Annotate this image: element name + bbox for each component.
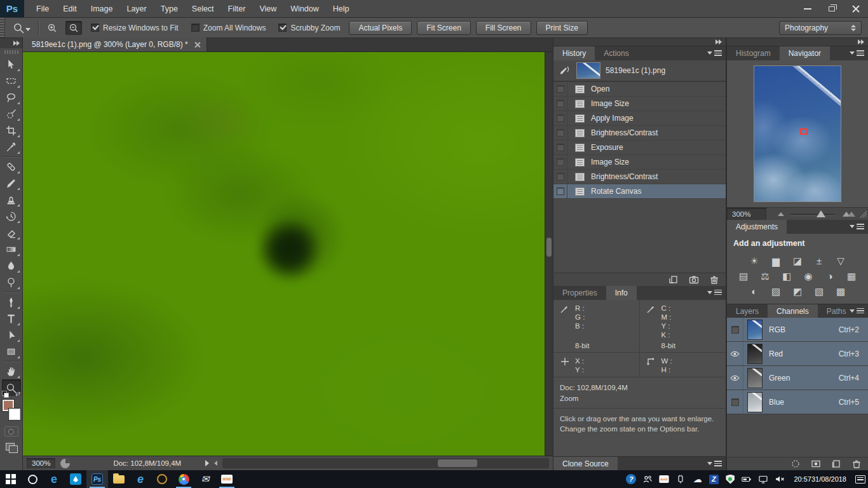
history-source-well[interactable] xyxy=(553,184,567,198)
visibility-eye-icon[interactable] xyxy=(727,342,743,365)
rectangle-tool[interactable] xyxy=(2,343,21,360)
history-step-rotate-canvas[interactable]: Rotate Canvas xyxy=(553,184,726,199)
zoom-out-mountain-icon[interactable] xyxy=(778,212,784,216)
channel-row-green[interactable]: Green Ctrl+4 xyxy=(727,366,868,390)
tab-histogram[interactable]: Histogram xyxy=(727,46,780,60)
delete-channel-trash-icon[interactable] xyxy=(851,459,862,468)
history-step-brightness-contrast-2[interactable]: Brightness/Contrast xyxy=(553,170,726,184)
taskbar-internet-explorer[interactable]: e xyxy=(130,470,151,488)
posterize-adjustment-icon[interactable]: ▨ xyxy=(768,285,783,297)
tray-volume-muted[interactable] xyxy=(772,470,787,488)
spot-healing-brush-tool[interactable] xyxy=(2,158,21,175)
gradient-map-adjustment-icon[interactable]: ▧ xyxy=(811,285,827,297)
history-snapshot-row[interactable]: 5819ee1c (1).png xyxy=(553,60,726,82)
delete-trash-icon[interactable] xyxy=(709,275,719,284)
background-color-swatch[interactable] xyxy=(9,409,20,420)
right-column-collapse-button[interactable] xyxy=(727,38,868,46)
eraser-tool[interactable] xyxy=(2,224,21,241)
tray-zonealarm[interactable]: Z xyxy=(706,470,721,488)
taskbar-file-explorer[interactable] xyxy=(108,470,130,488)
pen-tool[interactable] xyxy=(2,294,21,310)
menu-filter[interactable]: Filter xyxy=(221,0,253,18)
history-source-well[interactable] xyxy=(553,126,567,140)
canvas-image[interactable] xyxy=(23,52,545,456)
tab-actions[interactable]: Actions xyxy=(595,46,637,60)
navigator-zoom-slider[interactable] xyxy=(790,208,835,220)
taskbar-chrome[interactable] xyxy=(173,470,194,488)
tab-properties[interactable]: Properties xyxy=(553,286,606,300)
adjustments-menu-icon[interactable] xyxy=(850,224,864,229)
taskbar-media-app[interactable] xyxy=(151,470,173,488)
taskbar-wind-app[interactable]: WIND xyxy=(216,470,238,488)
channel-mixer-adjustment-icon[interactable]: ◑ xyxy=(822,270,837,281)
tab-adjustments[interactable]: Adjustments xyxy=(727,220,787,234)
horizontal-scrollbar-thumb[interactable] xyxy=(438,459,477,467)
action-center-button[interactable] xyxy=(853,470,868,488)
tools-collapse-button[interactable] xyxy=(0,38,22,48)
rectangular-marquee-tool[interactable] xyxy=(2,72,21,89)
navigator-zoom-field[interactable]: 300% xyxy=(727,208,766,220)
vertical-scrollbar-thumb[interactable] xyxy=(546,238,552,257)
menu-layer[interactable]: Layer xyxy=(119,0,153,18)
visibility-well[interactable] xyxy=(727,390,743,414)
history-brush-tool[interactable] xyxy=(2,208,21,224)
history-brush-source-icon[interactable] xyxy=(557,65,571,76)
tab-channels[interactable]: Channels xyxy=(768,304,818,318)
navigator-preview[interactable] xyxy=(754,65,841,202)
tab-layers[interactable]: Layers xyxy=(727,304,768,318)
status-zoom-level[interactable]: 300% xyxy=(27,458,55,468)
history-step-exposure[interactable]: Exposure xyxy=(553,140,726,155)
scrubby-zoom-option[interactable]: Scrubby Zoom xyxy=(275,24,344,32)
save-selection-icon[interactable] xyxy=(811,459,821,468)
history-source-well[interactable] xyxy=(553,155,567,169)
history-source-well[interactable] xyxy=(553,97,567,111)
black-white-adjustment-icon[interactable]: ◧ xyxy=(779,270,794,281)
tray-onedrive[interactable]: ☁ xyxy=(689,470,705,488)
cortana-button[interactable] xyxy=(22,470,43,488)
default-colors-icon[interactable] xyxy=(2,391,8,396)
fit-screen-button[interactable]: Fit Screen xyxy=(417,21,471,35)
minimize-button[interactable] xyxy=(796,0,820,17)
middle-column-collapse-button[interactable] xyxy=(553,38,726,46)
history-panel-menu-icon[interactable] xyxy=(707,50,722,56)
taskbar-edge[interactable]: e xyxy=(43,470,65,488)
zoom-in-button[interactable] xyxy=(44,21,60,35)
tab-info[interactable]: Info xyxy=(606,286,637,300)
vertical-scrollbar[interactable] xyxy=(545,52,553,456)
menu-file[interactable]: File xyxy=(29,0,56,18)
history-step-apply-image[interactable]: Apply Image xyxy=(553,111,726,126)
resize-windows-to-fit-option[interactable]: Resize Windows to Fit xyxy=(87,24,182,32)
navigator-view-box[interactable] xyxy=(800,128,808,135)
channels-menu-icon[interactable] xyxy=(850,308,864,314)
levels-adjustment-icon[interactable]: ▆ xyxy=(768,255,783,266)
navigator-menu-icon[interactable] xyxy=(850,50,864,56)
menu-select[interactable]: Select xyxy=(185,0,221,18)
workspace-switcher[interactable]: Photography xyxy=(779,21,862,35)
tray-network[interactable] xyxy=(756,470,771,488)
quick-selection-tool[interactable] xyxy=(2,105,21,122)
tab-clone-source[interactable]: Clone Source xyxy=(553,457,618,470)
eyedropper-icon[interactable] xyxy=(646,304,656,314)
vibrance-adjustment-icon[interactable]: ▽ xyxy=(833,255,848,266)
tab-close-icon[interactable] xyxy=(194,42,200,48)
gradient-tool[interactable] xyxy=(2,241,21,257)
tray-battery[interactable] xyxy=(739,470,754,488)
tab-history[interactable]: History xyxy=(553,46,595,60)
options-grip[interactable] xyxy=(0,18,5,37)
clone-stamp-tool[interactable] xyxy=(2,191,21,208)
channel-row-rgb[interactable]: RGB Ctrl+2 xyxy=(727,318,868,342)
new-channel-icon[interactable] xyxy=(831,459,841,468)
tray-wind[interactable]: WIND xyxy=(656,470,672,488)
dodge-tool[interactable] xyxy=(2,274,21,290)
photo-filter-adjustment-icon[interactable]: ◉ xyxy=(801,270,816,281)
hand-tool[interactable] xyxy=(2,363,21,379)
taskbar-blue-app[interactable] xyxy=(65,470,86,488)
taskbar-clock[interactable]: 20:57 31/08/2018 xyxy=(789,470,851,488)
status-menu-arrow-icon[interactable] xyxy=(205,460,209,466)
new-document-from-state-icon[interactable] xyxy=(668,275,679,284)
h-scroll-left-arrow-icon[interactable] xyxy=(214,461,217,466)
crop-tool[interactable] xyxy=(2,122,21,139)
channel-row-red[interactable]: Red Ctrl+3 xyxy=(727,342,868,366)
visibility-well[interactable] xyxy=(727,318,743,341)
info-panel-menu-icon[interactable] xyxy=(707,290,722,295)
